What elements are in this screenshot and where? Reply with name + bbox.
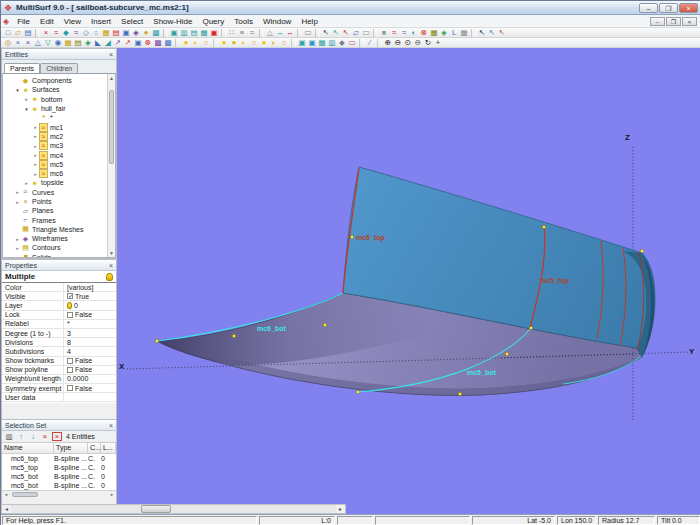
view-perspective-icon[interactable]: ▣	[209, 28, 219, 37]
tree-item[interactable]: *	[3, 113, 115, 122]
bottom-hscrollbar[interactable]: ◄ ►	[1, 504, 346, 514]
selection-row[interactable]: mc6_top B-spline ... C. 0	[2, 454, 116, 463]
menu-item[interactable]: Edit	[35, 17, 59, 26]
magnet-tool-icon[interactable]: ◎	[3, 38, 13, 47]
expander-icon[interactable]	[23, 96, 30, 102]
frame-entity-icon[interactable]: ▣	[133, 38, 143, 47]
mdi-restore-button[interactable]: ❐	[666, 17, 681, 26]
expander-icon[interactable]	[23, 106, 30, 112]
insert-frame-icon[interactable]: ▦	[101, 28, 111, 37]
property-value[interactable]: 8	[64, 339, 116, 346]
select-pointer-icon[interactable]: ↖	[321, 28, 331, 37]
property-value[interactable]: 4	[64, 348, 116, 355]
mesh-tool-icon[interactable]: ▦	[429, 28, 439, 37]
grid-snap-icon[interactable]: ∷	[227, 28, 237, 37]
open-file-icon[interactable]: ▱	[13, 28, 23, 37]
tree-item[interactable]: Solids	[3, 253, 115, 258]
scrollbar-thumb[interactable]	[141, 505, 171, 513]
layer-new-icon[interactable]: ▣	[297, 38, 307, 47]
insert-snake-icon[interactable]: ≈	[71, 28, 81, 37]
property-control-icon[interactable]	[67, 302, 72, 309]
tree-item[interactable]: Frames	[3, 215, 115, 224]
scroll-right-icon[interactable]: ►	[336, 506, 345, 512]
tree-item[interactable]: Planes	[3, 206, 115, 215]
zoom-window-icon[interactable]: ⊙	[403, 38, 413, 47]
viewport[interactable]: mc6_top mc5_top mc6_bot mc5_bot X Y Z	[117, 48, 700, 514]
tree-item[interactable]: topside	[3, 178, 115, 187]
close-button[interactable]: ×	[679, 3, 698, 13]
clear-set-icon[interactable]: ×	[52, 432, 62, 441]
hatch-entity-icon[interactable]: ▩	[163, 38, 173, 47]
tree-item[interactable]: mc5	[3, 160, 115, 169]
maximize-button[interactable]: ❐	[659, 3, 678, 13]
tab-parents[interactable]: Parents	[4, 63, 40, 73]
table-tool-icon[interactable]: ▦	[459, 28, 469, 37]
scroll-down-icon[interactable]: ▼	[108, 249, 115, 257]
select-poly-icon[interactable]: ▱	[351, 28, 361, 37]
tree-item[interactable]: Components	[3, 76, 115, 85]
selection-row[interactable]: mc5_top B-spline ... C. 0	[2, 463, 116, 472]
selection-hscrollbar[interactable]: ◄ ►	[2, 490, 116, 498]
layer-grid-icon[interactable]: ▦	[317, 38, 327, 47]
insert-contour-icon[interactable]: ▣	[121, 28, 131, 37]
point-xyz-icon[interactable]: ×	[13, 38, 23, 47]
pointer-black-icon[interactable]: ↖	[477, 28, 487, 37]
lofted-surface-icon[interactable]: ▤	[73, 38, 83, 47]
column-header-l[interactable]: L...	[101, 443, 116, 454]
orientation-tool-icon[interactable]: ◐	[409, 28, 419, 37]
tree-item[interactable]: mc6	[3, 169, 115, 178]
show-bulb-icon[interactable]: ●	[181, 38, 191, 47]
properties-close-icon[interactable]: ×	[109, 262, 113, 269]
minimize-button[interactable]: –	[639, 3, 658, 13]
scroll-left-icon[interactable]: ◄	[2, 492, 10, 497]
scroll-right-icon[interactable]: ►	[108, 492, 116, 497]
tab-children[interactable]: Children	[40, 63, 78, 73]
scrollbar-thumb[interactable]	[12, 492, 38, 497]
edit-curve-icon[interactable]: ≈	[389, 28, 399, 37]
insert-composite-icon[interactable]: ▩	[151, 28, 161, 37]
scroll-left-icon[interactable]: ◄	[2, 506, 11, 512]
property-control-icon[interactable]	[67, 367, 73, 373]
bulb-hide-sel-icon[interactable]: ○	[249, 38, 259, 47]
tree-item[interactable]: bottom	[3, 95, 115, 104]
property-control-icon[interactable]	[67, 312, 73, 318]
insert-point-icon[interactable]: ≈	[51, 28, 61, 37]
expander-icon[interactable]	[14, 189, 21, 195]
tree-item[interactable]: Contours	[3, 243, 115, 252]
view-split-h-icon[interactable]: ▥	[179, 28, 189, 37]
bspline-curve-icon[interactable]: ▽	[43, 38, 53, 47]
notes-tool-icon[interactable]: ▭	[303, 28, 313, 37]
circle-curve-icon[interactable]: ◉	[53, 38, 63, 47]
insert-triangle-mesh-icon[interactable]: ●	[141, 28, 151, 37]
mdi-close-button[interactable]: ×	[682, 17, 697, 26]
layer-flag-icon[interactable]: ◆	[337, 38, 347, 47]
entities-panel-header[interactable]: Entities ×	[2, 49, 116, 60]
property-value[interactable]: 3	[64, 330, 116, 337]
scale-tool-icon[interactable]: △	[265, 28, 275, 37]
arc-curve-icon[interactable]: △	[33, 38, 43, 47]
tree-item[interactable]: mc3	[3, 141, 115, 150]
column-header-c[interactable]: C...	[88, 443, 101, 454]
corner-tool-1-icon[interactable]: ◣	[93, 38, 103, 47]
insert-solid-icon[interactable]: ▤	[111, 28, 121, 37]
bulb-show-all-icon[interactable]: ●	[259, 38, 269, 47]
blend-surface-icon[interactable]: ◈	[83, 38, 93, 47]
expander-icon[interactable]	[14, 199, 21, 205]
scrollbar-thumb[interactable]	[109, 90, 114, 164]
expander-icon[interactable]	[32, 124, 39, 130]
selection-row[interactable]: mc6_bot B-spline ... C. 0	[2, 481, 116, 490]
tree-item[interactable]: Curves	[3, 188, 115, 197]
grid-settings-icon[interactable]: ≈	[247, 28, 257, 37]
tree-item[interactable]: Surfaces	[3, 85, 115, 94]
view-quad-icon[interactable]: ▦	[199, 28, 209, 37]
insert-surface-icon[interactable]: ◇	[81, 28, 91, 37]
properties-bulb-icon[interactable]	[106, 273, 113, 281]
insert-wireframe-icon[interactable]: ◈	[131, 28, 141, 37]
new-file-icon[interactable]: □	[3, 28, 13, 37]
title-bar[interactable]: ❖ MultiSurf 9.0 - [ sailboat-subcurve_mc…	[1, 1, 700, 15]
property-value[interactable]: False	[64, 311, 116, 318]
select-query-icon[interactable]: ▭	[361, 28, 371, 37]
expander-icon[interactable]	[23, 180, 30, 186]
property-value[interactable]: *	[64, 320, 116, 327]
insert-curve-icon[interactable]: ◆	[61, 28, 71, 37]
